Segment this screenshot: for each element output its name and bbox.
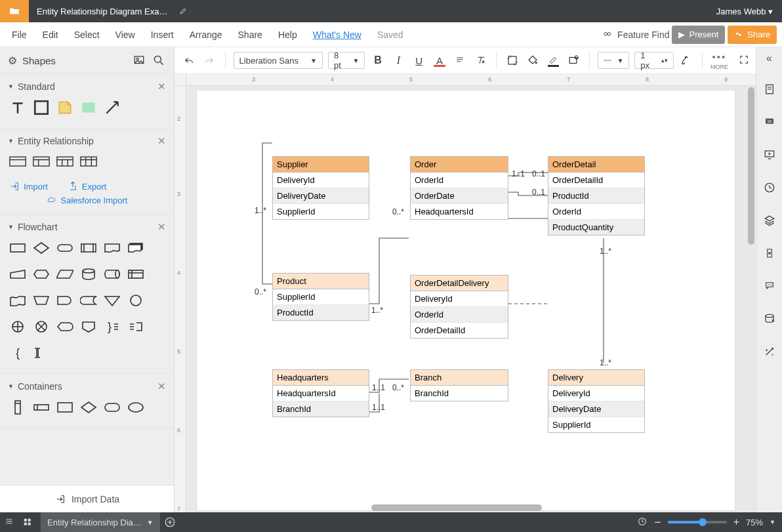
fc-data[interactable] <box>56 266 73 285</box>
fc-predef[interactable] <box>80 239 97 259</box>
data-panel-icon[interactable] <box>762 311 777 327</box>
fc-terminator[interactable] <box>56 239 73 259</box>
feature-find[interactable]: Feature Find <box>602 30 669 40</box>
shape-crop-icon[interactable] <box>504 52 520 68</box>
comments-icon[interactable]: 99 <box>762 114 777 130</box>
clear-format-icon[interactable] <box>473 52 488 68</box>
history-icon[interactable] <box>762 180 777 195</box>
vertical-scrollbar[interactable] <box>748 87 754 245</box>
fc-manual-op[interactable] <box>33 292 50 312</box>
redo-icon[interactable] <box>201 52 216 68</box>
shape-opts-icon[interactable] <box>566 52 581 68</box>
menu-select[interactable]: Select <box>68 26 106 44</box>
zoom-slider[interactable] <box>668 521 727 523</box>
section-containers-header[interactable]: ▼ Containers ✕ <box>0 374 174 396</box>
section-standard-header[interactable]: ▼ Standard ✕ <box>0 74 174 96</box>
fullscreen-icon[interactable] <box>739 54 749 67</box>
fc-or[interactable] <box>9 318 26 338</box>
salesforce-import-link[interactable]: Salesforce Import <box>47 195 128 205</box>
er-shape-4[interactable] <box>80 153 97 173</box>
menu-file[interactable]: File <box>5 26 33 44</box>
fc-manual-input[interactable] <box>9 266 26 285</box>
gear-icon[interactable]: ⚙ <box>8 54 17 67</box>
close-icon[interactable]: ✕ <box>157 81 166 92</box>
fc-note[interactable] <box>127 318 144 338</box>
entity-branch[interactable]: Branch BranchId <box>410 369 508 401</box>
sync-icon[interactable] <box>637 516 648 529</box>
cont-5[interactable] <box>104 399 121 419</box>
fc-connector[interactable] <box>127 292 144 312</box>
font-size-select[interactable]: 8 pt▼ <box>328 52 365 69</box>
fc-decision[interactable] <box>33 239 50 259</box>
font-color-icon[interactable]: A <box>432 52 447 68</box>
zoom-in-button[interactable]: + <box>733 516 739 528</box>
toolbar-more[interactable]: •••MORE <box>710 51 728 70</box>
fc-merge[interactable] <box>104 292 121 312</box>
rename-icon[interactable] <box>179 6 188 17</box>
undo-icon[interactable] <box>181 52 196 68</box>
menu-help[interactable]: Help <box>272 26 304 44</box>
line-arrow-icon[interactable] <box>679 52 694 68</box>
asset-icon[interactable] <box>762 245 777 261</box>
fc-multi-doc[interactable] <box>127 239 144 259</box>
line-color-icon[interactable] <box>546 52 561 68</box>
present-button[interactable]: ▶ Present <box>672 26 725 44</box>
search-icon[interactable] <box>152 53 166 68</box>
add-page-button[interactable] <box>160 516 180 528</box>
entity-orderdetaildelivery[interactable]: OrderDetailDelivery DeliveryId OrderId O… <box>410 275 508 338</box>
er-shape-2[interactable] <box>33 153 50 173</box>
entity-headquarters[interactable]: Headquarters HeadquartersId BranchId <box>272 369 369 417</box>
note-shape[interactable] <box>56 99 73 119</box>
fc-stored[interactable] <box>80 292 97 312</box>
fc-document[interactable] <box>104 239 121 259</box>
entity-order[interactable]: Order OrderId OrderDate HeadquartersId <box>410 156 508 220</box>
bold-icon[interactable]: B <box>370 52 385 68</box>
text-shape[interactable] <box>9 99 26 119</box>
caret-down-icon[interactable]: ▼ <box>770 519 775 525</box>
fc-display[interactable] <box>56 318 73 338</box>
entity-orderdetail[interactable]: OrderDetail OrderDetailId ProductId Orde… <box>548 156 645 235</box>
layers-icon[interactable] <box>762 213 777 228</box>
present-panel-icon[interactable] <box>762 147 777 163</box>
import-data-button[interactable]: Import Data <box>0 485 174 512</box>
er-shape-1[interactable] <box>9 153 26 173</box>
fc-delay[interactable] <box>56 292 73 312</box>
line-width-select[interactable]: 1 px▴▾ <box>634 52 673 69</box>
section-flowchart-header[interactable]: ▼ Flowchart ✕ <box>0 215 174 237</box>
entity-product[interactable]: Product SupplierId ProductId <box>272 273 369 321</box>
fc-sum[interactable] <box>33 318 50 338</box>
share-button[interactable]: Share <box>728 26 777 44</box>
line-style-select[interactable]: ▼ <box>598 52 629 69</box>
list-view-icon[interactable] <box>0 518 18 527</box>
fc-brace-l[interactable]: { <box>9 344 26 364</box>
close-icon[interactable]: ✕ <box>157 221 166 233</box>
close-icon[interactable]: ✕ <box>157 135 166 147</box>
entity-supplier[interactable]: Supplier DeliveryId DeliveryDate Supplie… <box>272 156 369 220</box>
paper[interactable]: Supplier DeliveryId DeliveryDate Supplie… <box>197 91 735 510</box>
er-shape-3[interactable] <box>56 153 73 173</box>
collapse-icon[interactable]: « <box>766 52 772 64</box>
fc-process[interactable] <box>9 239 26 259</box>
fc-preparation[interactable] <box>33 266 50 285</box>
canvas[interactable]: 3 4 5 6 7 8 9 2 3 4 5 6 7 <box>175 74 756 512</box>
grid-view-icon[interactable] <box>18 518 37 527</box>
close-icon[interactable]: ✕ <box>157 380 166 392</box>
fill-icon[interactable] <box>525 52 540 68</box>
zoom-level[interactable]: 75% <box>746 518 763 527</box>
menu-insert[interactable]: Insert <box>144 26 180 44</box>
italic-icon[interactable]: I <box>391 52 406 68</box>
menu-edit[interactable]: Edit <box>36 26 65 44</box>
user-menu[interactable]: James Webb ▾ <box>707 7 782 16</box>
import-link[interactable]: Import <box>9 181 48 192</box>
image-icon[interactable] <box>132 53 146 68</box>
fc-direct[interactable] <box>104 266 121 285</box>
fc-paper-tape[interactable] <box>9 292 26 312</box>
arrow-shape[interactable] <box>104 99 121 119</box>
page-settings-icon[interactable] <box>762 81 777 97</box>
menu-arrange[interactable]: Arrange <box>183 26 229 44</box>
page-tab[interactable]: Entity Relationship Dia… ▼ <box>41 512 160 532</box>
fc-brace-r[interactable]: } <box>104 318 121 338</box>
block-shape[interactable] <box>80 99 97 119</box>
cont-1[interactable] <box>9 399 26 419</box>
document-title[interactable]: Entity Relationship Diagram Exa… <box>29 7 175 16</box>
